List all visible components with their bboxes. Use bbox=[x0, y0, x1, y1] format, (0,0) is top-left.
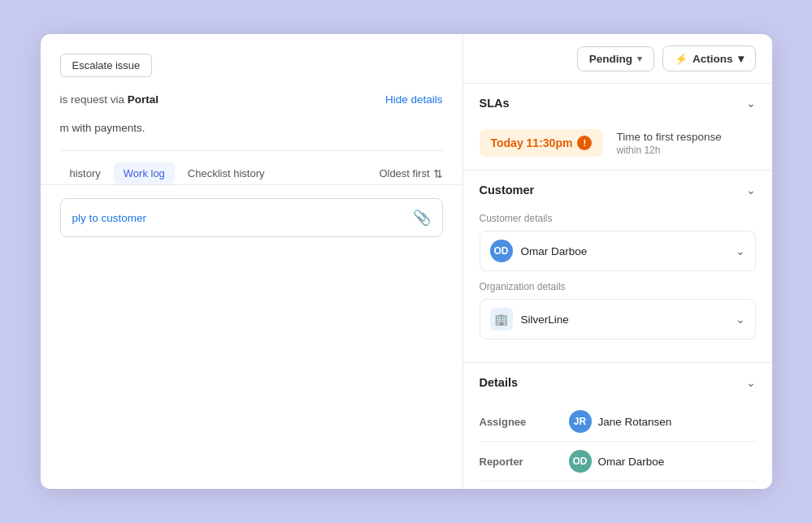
details-chevron-icon: ⌄ bbox=[746, 376, 756, 389]
assignee-value: JR Jane Rotansen bbox=[569, 410, 672, 433]
main-window: Escalate issue is request via Portal Hid… bbox=[41, 34, 772, 489]
customer-chevron-icon: ⌄ bbox=[746, 184, 756, 197]
issue-text: m with payments. bbox=[60, 122, 443, 151]
slas-content: Today 11:30pm ! Time to first response w… bbox=[463, 123, 772, 170]
top-bar: Pending ▾ ⚡ Actions ▾ bbox=[463, 34, 772, 84]
organization-row-left: 🏢 SilverLine bbox=[490, 308, 569, 331]
pending-button[interactable]: Pending ▾ bbox=[577, 46, 654, 71]
warning-icon: ! bbox=[577, 136, 592, 150]
tab-history[interactable]: history bbox=[60, 162, 111, 184]
organization-details-label: Organization details bbox=[480, 281, 756, 292]
sla-time-text: Today 11:30pm bbox=[491, 136, 573, 149]
assignee-name: Jane Rotansen bbox=[598, 416, 672, 428]
request-via-text: is request via Portal bbox=[60, 93, 159, 106]
organization-icon: 🏢 bbox=[490, 308, 513, 331]
sort-button[interactable]: Oldest first ⇅ bbox=[379, 167, 442, 180]
assignee-label: Assignee bbox=[480, 416, 569, 428]
detail-row-request-type: Request type 🐛 Raise a bug bbox=[480, 482, 756, 489]
request-via-row: is request via Portal Hide details bbox=[60, 93, 443, 106]
detail-row-reporter: Reporter OD Omar Darboe bbox=[480, 442, 756, 482]
reporter-label: Reporter bbox=[480, 456, 569, 468]
sla-label: Time to first response bbox=[616, 131, 721, 143]
customer-details-label: Customer details bbox=[480, 213, 756, 224]
details-section-header[interactable]: Details ⌄ bbox=[463, 363, 772, 402]
lightning-icon: ⚡ bbox=[675, 53, 688, 65]
reporter-value: OD Omar Darboe bbox=[569, 450, 665, 473]
pending-chevron-icon: ▾ bbox=[637, 54, 642, 64]
customer-title: Customer bbox=[480, 184, 535, 197]
customer-avatar: OD bbox=[490, 240, 513, 262]
organization-name: SilverLine bbox=[521, 313, 569, 326]
customer-name: Omar Darboe bbox=[521, 245, 588, 257]
actions-label: Actions bbox=[693, 53, 733, 65]
right-panel: Pending ▾ ⚡ Actions ▾ SLAs ⌄ Today 11:30… bbox=[463, 34, 772, 489]
organization-row-chevron-icon: ⌄ bbox=[736, 313, 745, 326]
customer-section-header[interactable]: Customer ⌄ bbox=[463, 171, 772, 210]
sla-sublabel: within 12h bbox=[616, 145, 721, 156]
reporter-avatar: OD bbox=[569, 450, 592, 473]
slas-section: SLAs ⌄ Today 11:30pm ! Time to first res… bbox=[463, 84, 772, 171]
actions-button[interactable]: ⚡ Actions ▾ bbox=[662, 45, 756, 71]
organization-row[interactable]: 🏢 SilverLine ⌄ bbox=[480, 299, 756, 339]
sort-label: Oldest first bbox=[379, 167, 429, 179]
hide-details-link[interactable]: Hide details bbox=[385, 93, 443, 106]
tab-worklog[interactable]: Work log bbox=[114, 162, 175, 184]
sort-icon: ⇅ bbox=[433, 167, 443, 180]
customer-name-row[interactable]: OD Omar Darboe ⌄ bbox=[480, 231, 756, 271]
slas-section-header[interactable]: SLAs ⌄ bbox=[463, 84, 772, 123]
tab-checklist-history[interactable]: Checklist history bbox=[178, 162, 275, 184]
slas-title: SLAs bbox=[480, 97, 510, 110]
customer-row-chevron-icon: ⌄ bbox=[736, 244, 745, 257]
paperclip-icon[interactable]: 📎 bbox=[413, 209, 431, 227]
sla-time-badge: Today 11:30pm ! bbox=[480, 129, 604, 157]
tabs-container: history Work log Checklist history bbox=[60, 162, 275, 184]
escalate-button[interactable]: Escalate issue bbox=[60, 54, 153, 77]
details-title: Details bbox=[480, 376, 519, 389]
slas-chevron-icon: ⌄ bbox=[746, 97, 756, 110]
reporter-name: Omar Darboe bbox=[598, 456, 665, 468]
sla-label-container: Time to first response within 12h bbox=[616, 131, 721, 156]
actions-chevron-icon: ▾ bbox=[738, 52, 744, 65]
reply-box[interactable]: ply to customer 📎 bbox=[60, 198, 443, 237]
details-section: Details ⌄ Assignee JR Jane Rotansen Repo… bbox=[463, 363, 772, 489]
customer-content: Customer details OD Omar Darboe ⌄ Organi… bbox=[463, 213, 772, 362]
detail-row-assignee: Assignee JR Jane Rotansen bbox=[480, 402, 756, 442]
tabs-row: history Work log Checklist history Oldes… bbox=[41, 151, 462, 185]
customer-name-left: OD Omar Darboe bbox=[490, 240, 588, 262]
pending-label: Pending bbox=[589, 53, 632, 65]
assignee-avatar: JR bbox=[569, 410, 592, 433]
reply-placeholder[interactable]: ply to customer bbox=[72, 212, 147, 224]
left-panel: Escalate issue is request via Portal Hid… bbox=[41, 34, 463, 489]
details-content: Assignee JR Jane Rotansen Reporter OD Om… bbox=[463, 402, 772, 489]
customer-section: Customer ⌄ Customer details OD Omar Darb… bbox=[463, 171, 772, 363]
